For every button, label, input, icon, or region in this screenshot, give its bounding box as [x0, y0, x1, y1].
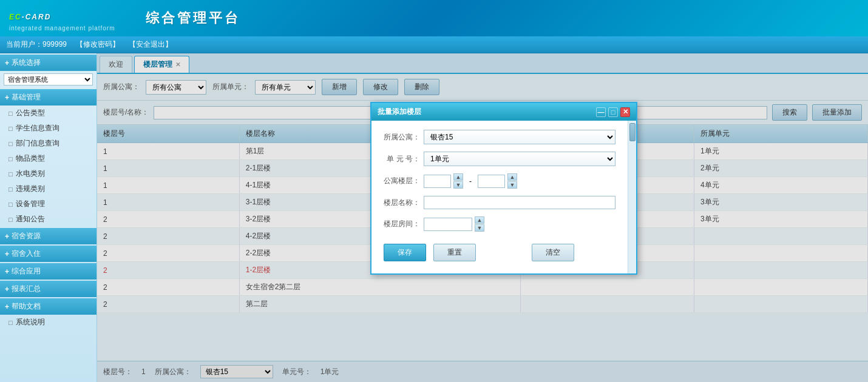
room-count-group: 10 ▲ ▼	[424, 216, 484, 232]
sidebar-item-student-info[interactable]: 学生信息查询	[0, 121, 97, 136]
header-title-area: 综合管理平台	[134, 9, 240, 27]
logo-card: CARD	[25, 13, 52, 21]
sidebar-section-comprehensive[interactable]: 综合应用	[0, 263, 97, 280]
logo: EC-CARD	[9, 5, 51, 24]
modal-overlay[interactable]: 批量添加楼层 — □ ✕ 所属公寓： 银杏15	[97, 53, 868, 382]
form-room-count-label: 楼层房间：	[384, 219, 420, 229]
sidebar: 系统选择 宿舍管理系统 基础管理 公告类型 学生信息查询 部门信息查询 物品类型…	[0, 53, 97, 382]
sidebar-section-system[interactable]: 系统选择	[0, 55, 97, 71]
sidebar-system-label: 系统选择	[12, 58, 41, 68]
sidebar-item-violation-type[interactable]: 违规类别	[0, 181, 97, 196]
batch-add-modal: 批量添加楼层 — □ ✕ 所属公寓： 银杏15	[370, 102, 637, 275]
modal-clear-button[interactable]: 清空	[532, 244, 574, 261]
main-container: 系统选择 宿舍管理系统 基础管理 公告类型 学生信息查询 部门信息查询 物品类型…	[0, 53, 868, 382]
floor-from-up-arrow[interactable]: ▲	[453, 173, 463, 181]
modal-close-button[interactable]: ✕	[620, 107, 630, 117]
sidebar-item-item-type[interactable]: 物品类型	[0, 151, 97, 166]
content-area: 欢迎 楼层管理 ✕ 所属公寓： 所有公寓 所属单元： 所有单元 新增 修改 删除…	[97, 53, 868, 382]
sidebar-comprehensive-label: 综合应用	[12, 266, 41, 276]
sidebar-item-announcement-type[interactable]: 公告类型	[0, 106, 97, 121]
sidebar-item-water-electricity[interactable]: 水电类别	[0, 166, 97, 181]
sidebar-section-dorm-checkin[interactable]: 宿舍入住	[0, 246, 97, 262]
form-floor-range-label: 公寓楼层：	[384, 176, 420, 186]
logo-area: EC-CARD integrated management platform	[9, 5, 115, 32]
room-count-down-arrow[interactable]: ▼	[475, 224, 484, 232]
room-count-up-arrow[interactable]: ▲	[475, 216, 484, 224]
floor-to-group: 1 ▲ ▼	[478, 173, 517, 189]
current-user: 当前用户：999999	[6, 39, 67, 50]
room-count-input[interactable]: 10	[424, 218, 472, 231]
form-row-apartment: 所属公寓： 银杏15	[384, 130, 615, 144]
sidebar-dorm-checkin-label: 宿舍入住	[12, 249, 41, 259]
floor-from-down-arrow[interactable]: ▼	[453, 181, 463, 189]
sidebar-item-dept-info[interactable]: 部门信息查询	[0, 136, 97, 151]
scroll-thumb	[629, 123, 636, 141]
form-unit-select[interactable]: 1单元	[424, 152, 615, 166]
modal-reset-button[interactable]: 重置	[433, 244, 476, 261]
modal-restore-button[interactable]: □	[608, 107, 618, 117]
modal-save-button[interactable]: 保存	[384, 244, 426, 261]
floor-to-spinner: ▲ ▼	[507, 173, 517, 189]
sidebar-system-dropdown-area: 宿舍管理系统	[0, 71, 97, 88]
safe-logout-link[interactable]: 【安全退出】	[129, 39, 172, 50]
floor-from-spinner: ▲ ▼	[453, 173, 463, 189]
sidebar-help-label: 帮助文档	[12, 301, 41, 312]
sidebar-basic-mgmt-label: 基础管理	[12, 92, 41, 102]
form-row-floor-range: 公寓楼层： 1 ▲ ▼ - 1	[384, 173, 615, 189]
header-title: 综合管理平台	[146, 9, 240, 27]
room-count-spinner: ▲ ▼	[475, 216, 484, 232]
modal-minimize-button[interactable]: —	[596, 107, 606, 117]
modal-footer: 保存 重置 清空	[384, 239, 615, 264]
sidebar-item-announcement[interactable]: 通知公告	[0, 212, 97, 227]
navbar: 当前用户：999999 【修改密码】 【安全退出】	[0, 36, 868, 53]
modal-title: 批量添加楼层	[378, 107, 421, 117]
sidebar-section-reports[interactable]: 报表汇总	[0, 281, 97, 297]
floor-to-down-arrow[interactable]: ▼	[507, 181, 517, 189]
modal-body: 所属公寓： 银杏15 单 元 号： 1单元 公寓楼层：	[371, 121, 628, 273]
floor-to-input[interactable]: 1	[478, 175, 505, 188]
form-apartment-label: 所属公寓：	[384, 132, 420, 142]
modal-content: 所属公寓： 银杏15 单 元 号： 1单元 公寓楼层：	[371, 121, 636, 273]
form-row-floor-name: 楼层名称：	[384, 196, 615, 209]
sidebar-item-device-mgmt[interactable]: 设备管理	[0, 196, 97, 212]
floor-from-input[interactable]: 1	[424, 175, 451, 188]
sidebar-system-select[interactable]: 宿舍管理系统	[4, 73, 93, 85]
floor-to-up-arrow[interactable]: ▲	[507, 173, 517, 181]
change-password-link[interactable]: 【修改密码】	[76, 39, 120, 50]
floor-from-group: 1 ▲ ▼	[424, 173, 463, 189]
form-unit-label: 单 元 号：	[384, 154, 420, 164]
form-floor-name-label: 楼层名称：	[384, 198, 420, 208]
sidebar-item-system-guide[interactable]: 系统说明	[0, 315, 97, 330]
form-row-room-count: 楼层房间： 10 ▲ ▼	[384, 216, 615, 232]
modal-title-bar: 批量添加楼层 — □ ✕	[371, 103, 636, 121]
modal-title-buttons: — □ ✕	[596, 107, 630, 117]
logo-subtitle: integrated management platform	[9, 25, 115, 32]
sidebar-reports-label: 报表汇总	[12, 284, 41, 294]
sidebar-section-dorm-resource[interactable]: 宿舍资源	[0, 228, 97, 244]
logo-ec: EC	[9, 13, 22, 21]
floor-range-separator: -	[469, 177, 472, 186]
header: EC-CARD integrated management platform 综…	[0, 0, 868, 36]
form-row-unit: 单 元 号： 1单元	[384, 152, 615, 166]
form-apartment-select[interactable]: 银杏15	[424, 130, 615, 144]
sidebar-dorm-resource-label: 宿舍资源	[12, 231, 41, 241]
modal-scrollbar[interactable]	[628, 121, 636, 273]
sidebar-section-help[interactable]: 帮助文档	[0, 298, 97, 315]
sidebar-section-basic-mgmt[interactable]: 基础管理	[0, 89, 97, 106]
form-floor-name-input[interactable]	[424, 196, 615, 209]
